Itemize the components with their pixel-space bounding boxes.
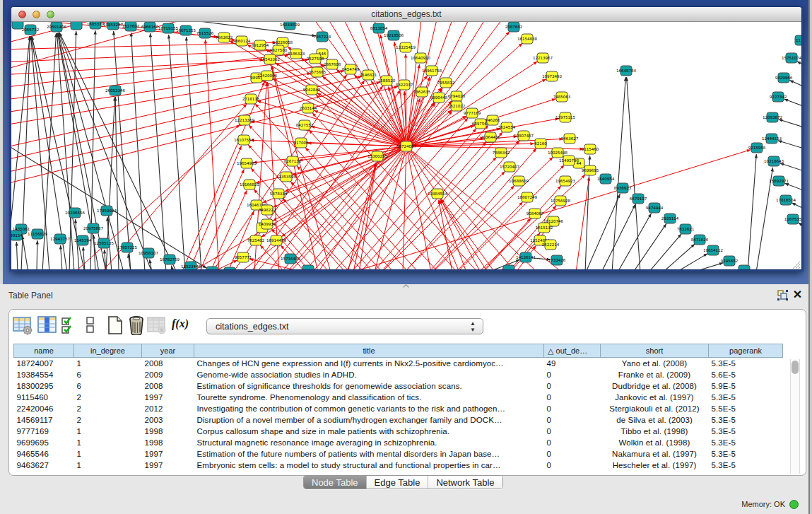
tab-node-table[interactable]: Node Table (304, 476, 367, 489)
graph-node[interactable]: 16914479 (266, 235, 287, 245)
table-cell[interactable]: 0 (544, 380, 601, 392)
table-cell[interactable]: 2012 (142, 403, 194, 414)
table-cell[interactable]: Nakamura et al. (1997) (601, 448, 709, 460)
scrollbar-thumb[interactable] (792, 361, 799, 374)
table-cell[interactable]: Tibbo et al. (1998) (601, 426, 709, 437)
table-row[interactable]: 977716911998Corpus callosum shape and si… (14, 426, 783, 437)
graph-node[interactable]: 1112 (795, 35, 801, 45)
graph-node[interactable]: 15716485 (281, 254, 301, 264)
graph-node[interactable]: 9857771 (235, 252, 252, 262)
table-cell[interactable]: Genome-wide association studies in ADHD. (194, 369, 544, 380)
table-cell[interactable]: 0 (544, 369, 601, 380)
table-cell[interactable]: 19384554 (14, 369, 74, 380)
table-cell[interactable]: Disruption of a novel member of a sodium… (194, 414, 544, 426)
graph-node[interactable]: 20364436 (481, 132, 501, 142)
memory-indicator-icon[interactable] (789, 500, 799, 509)
table-cell[interactable]: 5.3E-5 (709, 460, 783, 471)
table-cell[interactable]: 5.3E-5 (709, 426, 783, 437)
graph-node[interactable]: 9474444 (646, 203, 664, 213)
graph-node[interactable]: 9084067 (526, 209, 544, 218)
graph-node[interactable]: 7957224 (314, 32, 331, 42)
graph-node[interactable]: 9463627 (561, 134, 579, 144)
table-cell[interactable]: 1 (74, 460, 142, 471)
table-cell[interactable]: 0 (544, 460, 601, 471)
graph-node[interactable]: 6794028 (448, 91, 466, 101)
table-cell[interactable]: de Silva et al. (2003) (601, 414, 709, 426)
graph-node[interactable]: 6679197 (630, 194, 647, 204)
table-cell[interactable]: 0 (544, 403, 601, 414)
table-cell[interactable]: 2003 (142, 414, 194, 426)
table-row[interactable]: 1938455462009Genome-wide association stu… (14, 369, 783, 380)
graph-node[interactable]: 16033809 (280, 22, 300, 30)
table-cell[interactable]: 9115460 (14, 392, 74, 403)
graph-node[interactable]: 20206556 (65, 208, 86, 218)
graph-node[interactable]: 1167535 (784, 214, 801, 224)
graph-node[interactable]: 15751074 (782, 53, 801, 63)
table-cell[interactable]: Embryonic stem cells: a model to study s… (194, 460, 544, 471)
table-cell[interactable]: 5.6E-5 (709, 369, 783, 380)
graph-node[interactable]: 12975115 (555, 112, 576, 122)
table-selector-combobox[interactable]: citations_edges.txt ▲▼ (206, 318, 483, 334)
graph-node[interactable]: 16154838 (517, 34, 538, 44)
show-columns-button[interactable] (37, 315, 59, 337)
graph-node[interactable]: 12444153 (762, 134, 782, 144)
table-cell[interactable]: Stergiakouli et al. (2012) (601, 403, 709, 414)
column-header-out_de[interactable]: △ out_de… (544, 344, 601, 358)
graph-node[interactable] (71, 22, 82, 30)
table-cell[interactable]: Franke et al. (2009) (601, 369, 709, 380)
graph-node[interactable]: 8322037 (396, 80, 413, 90)
graph-node[interactable] (224, 267, 235, 269)
clear-selection-button[interactable] (81, 315, 102, 337)
graph-node[interactable]: 10210643 (764, 156, 784, 166)
table-cell[interactable]: 0 (544, 448, 601, 460)
graph-node[interactable]: 8186323 (288, 49, 305, 59)
table-row[interactable]: 911546021997Tourette syndrome. Phenomeno… (14, 392, 783, 403)
table-cell[interactable]: 18724007 (14, 358, 74, 369)
graph-node[interactable]: 15692971 (769, 176, 789, 186)
table-row[interactable]: 969969511998Structural magnetic resonanc… (14, 437, 783, 448)
graph-node[interactable]: 16648784 (616, 66, 637, 76)
column-header-year[interactable]: year (142, 344, 194, 358)
table-cell[interactable]: 5.3E-5 (709, 448, 783, 460)
graph-node[interactable]: 7632621 (677, 224, 695, 234)
table-cell[interactable]: 2009 (142, 369, 194, 380)
graph-node[interactable]: 12093872 (763, 112, 782, 122)
graph-node[interactable]: 19166825 (240, 180, 260, 189)
table-cell[interactable]: 9777169 (14, 426, 74, 437)
graph-node[interactable]: 8471626 (691, 235, 709, 245)
graph-node[interactable]: 62160 (534, 139, 547, 148)
window-titlebar[interactable]: citations_edges.txt (11, 7, 801, 22)
table-cell[interactable]: Dudbridge et al. (2008) (601, 380, 709, 392)
graph-node[interactable]: 17359924 (97, 206, 117, 216)
graph-node[interactable]: 14136141 (516, 252, 536, 262)
table-cell[interactable]: 0 (544, 426, 601, 437)
table-cell[interactable]: 14569117 (14, 414, 74, 426)
graph-node[interactable]: 18640910 (411, 53, 431, 63)
table-row[interactable]: 2242004622012Investigating the contribut… (14, 403, 783, 414)
graph-node[interactable]: 10756928 (551, 196, 571, 206)
table-cell[interactable]: Corpus callosum shape and size in male p… (194, 426, 544, 437)
column-header-name[interactable]: name (14, 344, 74, 358)
table-cell[interactable]: 9463627 (14, 460, 74, 471)
graph-node[interactable]: 9115460 (582, 144, 599, 154)
graph-node[interactable]: 9245652 (721, 256, 739, 266)
table-cell[interactable]: 6 (74, 380, 142, 392)
table-cell[interactable]: 18300295 (14, 380, 74, 392)
tab-network-table[interactable]: Network Table (428, 476, 502, 489)
delete-column-button[interactable] (126, 315, 148, 337)
graph-node[interactable]: 8990448 (430, 93, 448, 103)
table-cell[interactable]: 0 (544, 414, 601, 426)
network-graph-canvas[interactable]: 2055712206914061605379108532671527602696… (11, 22, 801, 269)
graph-node[interactable]: 20691406 (47, 22, 67, 32)
tab-edge-table[interactable]: Edge Table (367, 476, 429, 489)
table-cell[interactable]: 1998 (142, 426, 194, 437)
table-row[interactable]: 1456911722003Disruption of a novel membe… (14, 414, 783, 426)
graph-node[interactable]: 16107553 (234, 135, 254, 145)
graph-node[interactable]: 16961758 (422, 66, 442, 76)
graph-node[interactable]: 2603144 (300, 103, 317, 113)
table-cell[interactable]: Tourette syndrome. Phenomenology and cla… (194, 392, 544, 403)
table-cell[interactable]: 5.3E-5 (709, 437, 783, 448)
graph-node[interactable]: 10853267 (103, 22, 124, 30)
graph-node[interactable]: 1640954 (597, 174, 615, 184)
table-cell[interactable]: 5.3E-5 (709, 358, 783, 369)
